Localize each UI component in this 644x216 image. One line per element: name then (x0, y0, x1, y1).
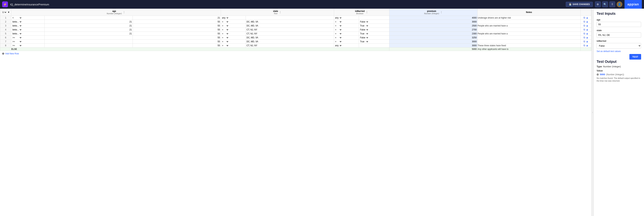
ismarried-col-menu-icon[interactable]: ⋮ (366, 11, 368, 14)
age-min-input[interactable] (44, 32, 132, 35)
user-avatar[interactable]: 👤 (616, 1, 622, 7)
premium-input[interactable] (390, 44, 477, 47)
state-value-input[interactable] (246, 36, 334, 39)
age-max-input[interactable] (133, 28, 221, 31)
age-operator-select[interactable]: <betw...>==any (11, 28, 22, 31)
age-max-input[interactable] (133, 16, 221, 19)
premium-input[interactable] (390, 24, 477, 27)
test-button[interactable]: TEST (630, 54, 641, 60)
copy-row-button[interactable]: ⧉ (583, 20, 586, 23)
else-premium-input[interactable] (390, 47, 477, 51)
age-max-input[interactable] (133, 32, 221, 35)
move-up-button[interactable]: ▲ (586, 28, 589, 31)
state-operator-cell: any=!= (221, 40, 246, 43)
age-operator-select[interactable]: <betw...>==any (11, 32, 22, 35)
state-operator-select[interactable]: any=!= (221, 24, 229, 27)
set-default-link[interactable]: Set as default test values (596, 50, 641, 52)
married-operator-select[interactable]: any=!= (334, 20, 342, 23)
state-operator-select[interactable]: any=!= (221, 44, 229, 47)
age-operator-select[interactable]: <betw...>==any (11, 24, 22, 27)
state-value-input[interactable] (246, 20, 334, 23)
add-new-row-button[interactable]: ➕ Add New Row (0, 51, 21, 56)
married-operator-select[interactable]: any=!= (334, 40, 342, 43)
age-min-input[interactable] (44, 20, 132, 23)
grid-button[interactable]: ⠿ (610, 1, 615, 7)
premium-col-menu-icon[interactable]: ⋮ (440, 11, 443, 14)
premium-input[interactable] (390, 36, 477, 39)
copy-row-button[interactable]: ⧉ (583, 40, 586, 43)
move-up-button[interactable]: ▲ (586, 43, 589, 47)
married-operator-select[interactable]: any=!= (334, 16, 342, 20)
test-output-title: Test Output (596, 60, 641, 64)
move-up-button[interactable]: ▲ (586, 24, 589, 27)
age-max-input[interactable] (133, 20, 221, 23)
age-min-input[interactable] (44, 28, 132, 31)
age-operator-select[interactable]: <betw...>==any (11, 36, 22, 39)
married-value-select[interactable]: FalseTrue (359, 32, 369, 35)
move-up-button[interactable]: ▲ (586, 36, 589, 39)
age-operator-select[interactable]: <betw...>==any (11, 40, 22, 43)
state-operator-select[interactable]: any=!= (221, 36, 229, 39)
premium-input[interactable] (390, 16, 477, 19)
premium-input[interactable] (390, 32, 477, 35)
married-value-select[interactable]: FalseTrue (359, 28, 369, 31)
premium-input[interactable] (390, 20, 477, 23)
age-max-input[interactable] (133, 44, 221, 47)
state-operator-cell: any=!= (221, 32, 246, 36)
married-value-select[interactable]: FalseTrue (359, 40, 369, 43)
state-operator-select[interactable]: any=!= (221, 20, 229, 23)
age-max-input[interactable] (133, 40, 221, 43)
premium-input[interactable] (390, 28, 477, 31)
married-input-label: isMarried (596, 40, 641, 42)
age-max-input[interactable] (133, 24, 221, 27)
move-up-button[interactable]: ▲ (586, 40, 589, 43)
state-value-input[interactable] (246, 28, 334, 31)
copy-row-button[interactable]: ⧉ (583, 32, 586, 35)
age-max-input[interactable] (133, 36, 221, 39)
married-operator-select[interactable]: any=!= (334, 36, 342, 39)
copy-row-button[interactable]: ⧉ (583, 36, 586, 39)
state-col-menu-icon[interactable]: ⋮ (279, 11, 282, 14)
state-operator-select[interactable]: any=!= (221, 16, 229, 20)
married-value-select[interactable]: FalseTrue (359, 24, 369, 27)
married-value-select[interactable]: FalseTrue (359, 36, 369, 39)
married-value-cell: FalseTrue (359, 24, 390, 28)
state-value-input[interactable] (246, 40, 334, 43)
married-operator-select[interactable]: any=!= (334, 24, 342, 27)
save-changes-button[interactable]: 💾 SAVE CHANGES (566, 2, 593, 7)
notes-cell: People who are married have a (478, 24, 580, 28)
search-button[interactable]: 🔍 (602, 1, 608, 7)
state-operator-select[interactable]: any=!= (221, 28, 229, 31)
married-operator-select[interactable]: any=!= (334, 32, 342, 35)
married-operator-select[interactable]: any=!= (334, 44, 342, 47)
copy-row-button[interactable]: ⧉ (583, 43, 586, 47)
state-value-input[interactable] (246, 32, 334, 35)
state-operator-select[interactable]: any=!= (221, 40, 229, 43)
state-input[interactable] (596, 32, 641, 38)
state-value-input[interactable] (246, 24, 334, 27)
married-value-select[interactable]: FalseTrue (359, 20, 369, 23)
else-label: ELSE (11, 47, 389, 51)
u-select[interactable]: U (2, 11, 7, 14)
state-operator-select[interactable]: any=!= (221, 32, 229, 35)
age-operator-select[interactable]: <betw...>==any (11, 16, 22, 20)
state-value-input[interactable] (246, 44, 334, 47)
panel-collapse-handle[interactable]: ‹ (592, 9, 594, 216)
married-select[interactable]: False True (596, 43, 641, 49)
move-up-button[interactable]: ▲ (586, 16, 589, 19)
married-operator-select[interactable]: any=!= (334, 28, 342, 31)
move-up-button[interactable]: ▲ (586, 32, 589, 35)
age-col-menu-icon[interactable]: ⋮ (122, 11, 126, 14)
copy-row-button[interactable]: ⧉ (583, 28, 586, 31)
age-operator-cell: <betw...>==any (11, 20, 44, 24)
settings-button[interactable]: ⚙ (595, 1, 601, 7)
age-operator-select[interactable]: <betw...>==any (11, 44, 22, 47)
age-min-input[interactable] (44, 24, 132, 27)
output-value-type: (Number (Integer)) (606, 73, 624, 76)
copy-row-button[interactable]: ⧉ (583, 24, 586, 27)
age-input[interactable] (596, 22, 641, 27)
premium-input[interactable] (390, 40, 477, 43)
copy-row-button[interactable]: ⧉ (583, 16, 586, 20)
age-operator-select[interactable]: <betw...>==any (11, 20, 22, 23)
move-up-button[interactable]: ▲ (586, 20, 589, 23)
